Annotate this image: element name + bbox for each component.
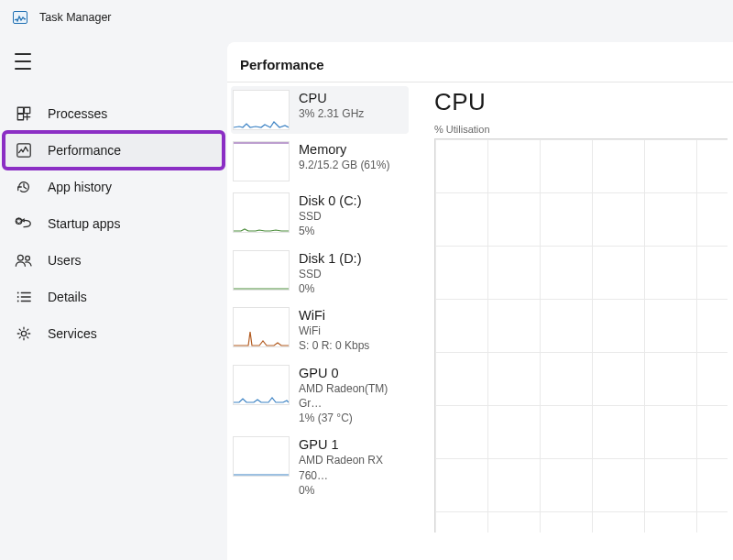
perf-thumb bbox=[233, 90, 290, 130]
history-icon bbox=[15, 179, 33, 195]
perf-item-memory[interactable]: Memory 9.2/15.2 GB (61%) bbox=[227, 136, 412, 187]
sidebar-item-performance[interactable]: Performance bbox=[4, 132, 224, 169]
perf-item-sub2: 5% bbox=[299, 224, 361, 238]
svg-rect-3 bbox=[17, 114, 23, 119]
perf-thumb bbox=[233, 250, 290, 291]
perf-item-disk-0-c-[interactable]: Disk 0 (C:) SSD 5% bbox=[227, 187, 412, 245]
sidebar-item-details[interactable]: Details bbox=[0, 279, 227, 315]
perf-item-title: Disk 1 (D:) bbox=[299, 250, 361, 267]
perf-item-title: WiFi bbox=[299, 307, 369, 324]
sidebar-item-services[interactable]: Services bbox=[0, 315, 227, 352]
perf-item-gpu-1[interactable]: GPU 1 AMD Radeon RX 760… 0% bbox=[227, 431, 412, 503]
main-panel: Performance CPU 3% 2.31 GHz Memory 9.2/1… bbox=[227, 42, 733, 560]
title-bar: Task Manager bbox=[0, 0, 733, 35]
perf-item-sub1: AMD Radeon(TM) Gr… bbox=[299, 381, 407, 411]
perf-item-title: Memory bbox=[299, 141, 389, 158]
chart-subtitle: % Utilisation bbox=[434, 124, 733, 135]
svg-point-16 bbox=[21, 331, 26, 335]
chart-title: CPU bbox=[434, 88, 733, 116]
perf-item-title: GPU 0 bbox=[299, 365, 407, 381]
svg-point-9 bbox=[26, 256, 30, 260]
sidebar-item-startup-apps[interactable]: Startup apps bbox=[0, 205, 227, 242]
perf-item-title: Disk 0 (C:) bbox=[299, 192, 361, 209]
users-icon bbox=[15, 252, 33, 269]
perf-thumb bbox=[233, 192, 290, 233]
details-icon bbox=[15, 290, 33, 304]
svg-point-10 bbox=[17, 292, 19, 294]
perf-item-sub1: 3% 2.31 GHz bbox=[299, 106, 364, 121]
perf-item-sub2: 0% bbox=[299, 281, 361, 296]
hamburger-menu-button[interactable] bbox=[15, 53, 35, 70]
page-title: Performance bbox=[227, 42, 733, 82]
perf-item-sub1: 9.2/15.2 GB (61%) bbox=[299, 158, 389, 172]
sidebar-item-label: Users bbox=[48, 253, 82, 268]
perf-item-sub2: 1% (37 °C) bbox=[299, 411, 407, 425]
perf-item-sub2: 0% bbox=[299, 483, 407, 498]
sidebar: Processes Performance App history Startu… bbox=[0, 35, 227, 560]
sidebar-item-label: Services bbox=[48, 326, 97, 341]
perf-item-disk-1-d-[interactable]: Disk 1 (D:) SSD 0% bbox=[227, 245, 412, 302]
perf-item-title: CPU bbox=[299, 90, 364, 106]
perf-item-sub1: AMD Radeon RX 760… bbox=[299, 453, 407, 482]
processes-icon bbox=[15, 105, 33, 122]
perf-thumb bbox=[233, 307, 290, 347]
perf-item-title: GPU 1 bbox=[299, 436, 407, 453]
nav-list: Processes Performance App history Startu… bbox=[0, 95, 227, 352]
sidebar-item-label: Details bbox=[48, 290, 87, 304]
sidebar-item-users[interactable]: Users bbox=[0, 242, 227, 279]
perf-thumb bbox=[233, 365, 290, 405]
svg-point-8 bbox=[17, 255, 23, 260]
svg-point-11 bbox=[17, 296, 19, 298]
perf-item-sub2: S: 0 R: 0 Kbps bbox=[299, 338, 369, 353]
performance-icon bbox=[15, 142, 33, 159]
chart-pane: CPU % Utilisation bbox=[412, 82, 733, 560]
perf-list: CPU 3% 2.31 GHz Memory 9.2/15.2 GB (61%)… bbox=[227, 82, 412, 560]
perf-thumb bbox=[233, 436, 290, 477]
services-icon bbox=[15, 325, 33, 342]
startup-icon bbox=[15, 216, 33, 231]
sidebar-item-app-history[interactable]: App history bbox=[0, 169, 227, 205]
perf-item-gpu-0[interactable]: GPU 0 AMD Radeon(TM) Gr… 1% (37 °C) bbox=[227, 359, 412, 432]
sidebar-item-label: Processes bbox=[48, 106, 107, 121]
perf-item-cpu[interactable]: CPU 3% 2.31 GHz bbox=[231, 86, 409, 134]
sidebar-item-label: App history bbox=[48, 180, 112, 194]
app-icon bbox=[13, 11, 27, 24]
perf-item-sub1: SSD bbox=[299, 209, 361, 224]
perf-item-sub1: WiFi bbox=[299, 324, 369, 338]
sidebar-item-processes[interactable]: Processes bbox=[0, 95, 227, 132]
sidebar-item-label: Startup apps bbox=[48, 216, 120, 231]
perf-item-wifi[interactable]: WiFi WiFi S: 0 R: 0 Kbps bbox=[227, 302, 412, 359]
perf-item-sub1: SSD bbox=[299, 267, 361, 281]
svg-rect-2 bbox=[24, 107, 29, 113]
svg-point-12 bbox=[17, 301, 19, 302]
perf-thumb bbox=[233, 141, 290, 181]
chart-grid bbox=[434, 138, 728, 533]
sidebar-item-label: Performance bbox=[48, 143, 121, 158]
svg-rect-1 bbox=[17, 107, 23, 113]
app-title: Task Manager bbox=[39, 11, 112, 24]
